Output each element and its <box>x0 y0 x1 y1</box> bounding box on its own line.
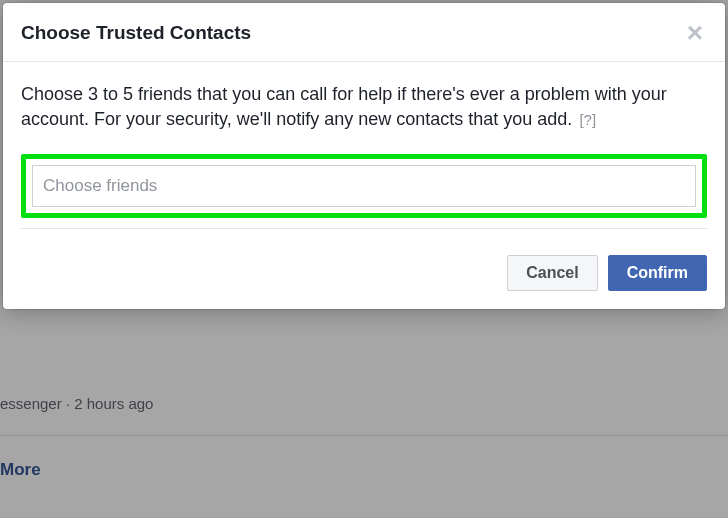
choose-friends-input[interactable] <box>32 165 696 207</box>
modal-footer: Cancel Confirm <box>3 239 725 309</box>
confirm-button[interactable]: Confirm <box>608 255 707 291</box>
cancel-button[interactable]: Cancel <box>507 255 597 291</box>
modal-description-text: Choose 3 to 5 friends that you can call … <box>21 84 667 129</box>
modal-title: Choose Trusted Contacts <box>21 22 251 44</box>
help-icon[interactable]: [?] <box>579 111 596 128</box>
modal-description: Choose 3 to 5 friends that you can call … <box>21 82 707 132</box>
modal-body: Choose 3 to 5 friends that you can call … <box>3 62 725 239</box>
body-divider <box>21 228 707 229</box>
close-icon[interactable]: × <box>683 19 707 47</box>
trusted-contacts-modal: Choose Trusted Contacts × Choose 3 to 5 … <box>3 3 725 309</box>
modal-header: Choose Trusted Contacts × <box>3 3 725 62</box>
input-highlight <box>21 154 707 218</box>
